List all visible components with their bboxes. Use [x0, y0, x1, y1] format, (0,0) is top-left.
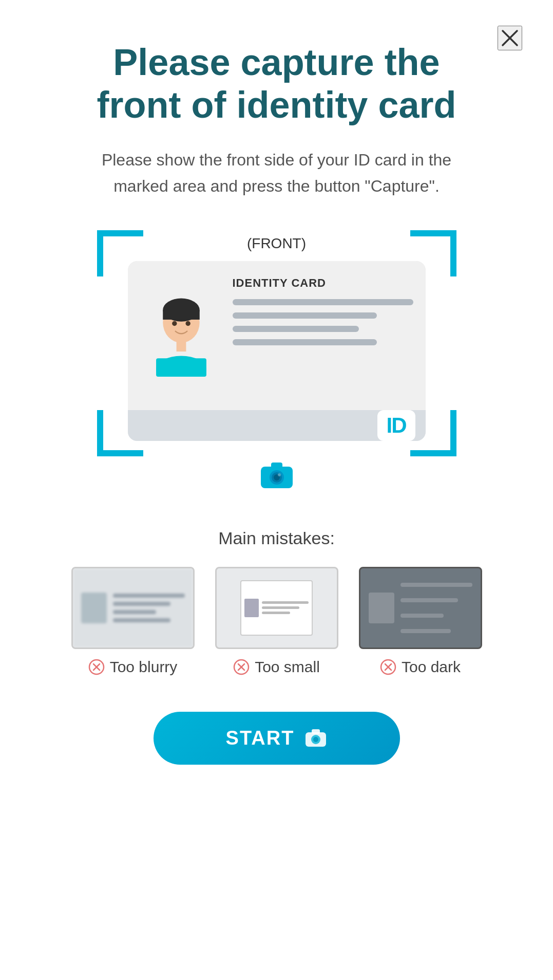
page-subtitle: Please show the front side of your ID ca… — [82, 147, 472, 199]
svg-point-6 — [185, 321, 190, 326]
mistakes-grid: Too blurry — [71, 567, 482, 676]
camera-icon — [259, 459, 295, 490]
close-icon — [501, 29, 519, 47]
mistake-dark: Too dark — [359, 567, 482, 676]
svg-rect-14 — [271, 463, 282, 469]
page-title: Please capture the front of identity car… — [97, 41, 456, 126]
id-card-title-text: IDENTITY CARD — [233, 276, 413, 290]
blurry-label-text: Too blurry — [110, 658, 178, 676]
front-label: (FRONT) — [247, 235, 306, 252]
id-badge: ID — [377, 410, 415, 441]
svg-point-5 — [172, 321, 177, 326]
id-line-3 — [233, 326, 359, 332]
blurry-label: Too blurry — [88, 658, 178, 676]
id-line-2 — [233, 312, 377, 319]
svg-rect-28 — [312, 729, 320, 734]
id-line-4 — [233, 339, 377, 345]
mistakes-section: Main mistakes: — [41, 528, 512, 696]
id-card-illustration: IDENTITY CARD ID — [128, 261, 426, 441]
dark-label-text: Too dark — [402, 658, 461, 676]
id-card-info: IDENTITY CARD — [233, 271, 413, 400]
start-button[interactable]: START — [154, 712, 400, 765]
error-icon-small — [233, 659, 250, 675]
error-icon-dark — [380, 659, 396, 675]
dark-lines — [401, 583, 472, 633]
svg-rect-9 — [156, 358, 206, 377]
small-label: Too small — [233, 658, 320, 676]
svg-point-15 — [278, 473, 281, 476]
svg-rect-7 — [176, 341, 186, 352]
start-camera-icon — [304, 728, 327, 748]
id-card-photo-area — [140, 271, 222, 400]
dark-photo-area — [369, 593, 394, 623]
start-button-label: START — [226, 727, 295, 749]
small-card-inner — [240, 580, 312, 636]
mistake-card-dark — [359, 567, 482, 649]
mistake-blurry: Too blurry — [71, 567, 195, 676]
scanner-area: (FRONT) — [97, 230, 456, 497]
mistake-card-small — [215, 567, 338, 649]
page-container: Please capture the front of identity car… — [0, 0, 553, 980]
mistake-card-blurry — [71, 567, 195, 649]
mistake-small: Too small — [215, 567, 338, 676]
small-label-text: Too small — [255, 658, 320, 676]
id-badge-text: ID — [387, 413, 406, 438]
dark-label: Too dark — [380, 658, 461, 676]
svg-rect-4 — [163, 310, 200, 320]
blurry-photo-area — [81, 593, 107, 623]
id-line-1 — [233, 299, 413, 305]
blurry-lines — [113, 594, 185, 622]
id-card-bottom-bar: ID — [128, 410, 426, 441]
mistakes-title: Main mistakes: — [218, 528, 335, 548]
error-icon-blurry — [88, 659, 105, 675]
person-illustration — [145, 294, 217, 377]
svg-point-27 — [313, 737, 318, 742]
camera-capture-icon[interactable] — [259, 459, 295, 492]
close-button[interactable] — [498, 26, 522, 50]
